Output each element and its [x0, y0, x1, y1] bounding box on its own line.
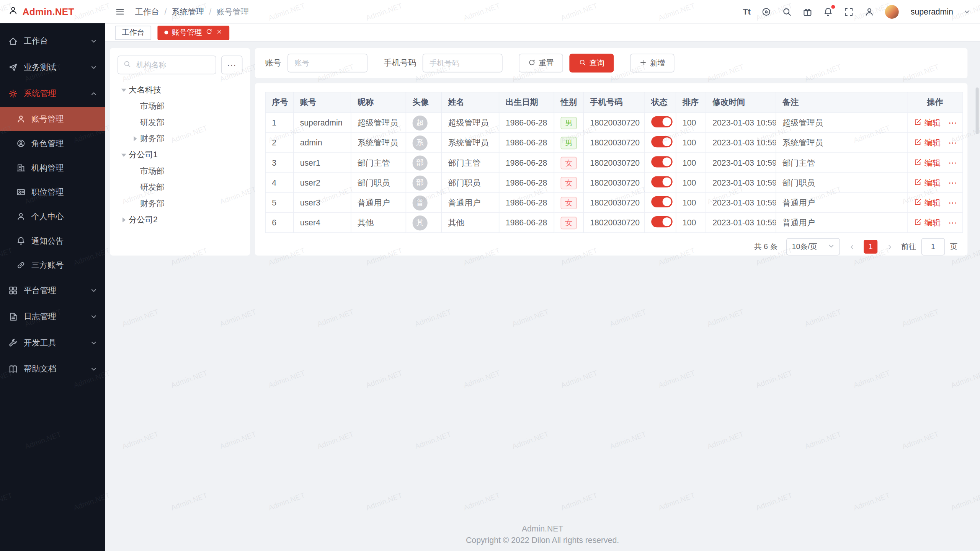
goto-label: 前往: [901, 241, 916, 252]
status-toggle[interactable]: [651, 116, 673, 127]
edit-button[interactable]: 编辑: [914, 177, 941, 188]
edit-button[interactable]: 编辑: [914, 137, 941, 148]
sidebar-item-system-management[interactable]: 系统管理: [0, 81, 105, 107]
sidebar-item-third-party-account[interactable]: 三方账号: [0, 253, 105, 277]
tree-node[interactable]: 分公司2: [118, 212, 243, 228]
sidebar-item-account-management[interactable]: 账号管理: [0, 107, 105, 131]
tree-node[interactable]: 财务部: [118, 196, 243, 212]
more-actions-button[interactable]: [948, 139, 957, 147]
sidebar-item-label: 平台管理: [24, 285, 56, 296]
sidebar-item-platform-management[interactable]: 平台管理: [0, 277, 105, 304]
hamburger-menu-icon[interactable]: [115, 7, 125, 16]
close-icon[interactable]: [216, 28, 222, 37]
edit-button[interactable]: 编辑: [914, 117, 941, 128]
home-icon: [8, 36, 18, 46]
search-icon[interactable]: [782, 7, 792, 16]
sidebar-item-label: 职位管理: [31, 186, 64, 197]
more-actions-button[interactable]: [948, 158, 957, 167]
caret-right-icon[interactable]: [130, 136, 140, 141]
caret-down-icon[interactable]: [119, 88, 129, 91]
tree-node-label: 财务部: [140, 133, 165, 144]
refresh-icon[interactable]: [206, 28, 212, 37]
sidebar-item-workbench[interactable]: 工作台: [0, 28, 105, 54]
chevron-down-icon[interactable]: [964, 6, 970, 17]
tree-node[interactable]: 市场部: [118, 98, 243, 114]
col-header: 修改时间: [706, 92, 776, 113]
tree-more-button[interactable]: ···: [221, 55, 243, 74]
send-icon: [8, 62, 18, 72]
tree-node[interactable]: 大名科技: [118, 82, 243, 98]
next-page-button[interactable]: [882, 240, 896, 254]
col-header: 姓名: [441, 92, 499, 113]
account-input[interactable]: [287, 54, 368, 72]
table-row: 1 superadmin 超级管理员 超 超级管理员 1986-06-28 男 …: [265, 113, 963, 133]
sidebar-item-role-management[interactable]: 角色管理: [0, 131, 105, 156]
caret-right-icon[interactable]: [119, 217, 129, 222]
status-toggle[interactable]: [651, 136, 673, 147]
tree-node[interactable]: 研发部: [118, 179, 243, 196]
system-submenu: 账号管理 角色管理 机构管理 职位管理 个人中心: [0, 107, 105, 277]
sidebar-item-org-management[interactable]: 机构管理: [0, 156, 105, 180]
more-actions-button[interactable]: [948, 198, 957, 207]
table-header-row: 序号 账号 昵称 头像 姓名 出生日期 性别 手机号码 状态 排序 修改时间: [265, 92, 963, 113]
sidebar-item-personal-center[interactable]: 个人中心: [0, 204, 105, 229]
user-icon[interactable]: [864, 7, 874, 16]
tab-workbench[interactable]: 工作台: [115, 25, 151, 40]
sidebar-item-label: 工作台: [24, 36, 48, 47]
sidebar-item-notice[interactable]: 通知公告: [0, 229, 105, 253]
chevron-down-icon: [828, 242, 834, 251]
reset-button[interactable]: 重置: [519, 54, 563, 72]
org-search-input[interactable]: [135, 60, 211, 70]
logo-text: Admin.NET: [23, 6, 74, 17]
phone-input[interactable]: [423, 54, 503, 72]
page-size-select[interactable]: 10条/页: [786, 238, 840, 256]
gift-icon[interactable]: [802, 7, 812, 16]
more-actions-button[interactable]: [948, 178, 957, 187]
scrollbar-thumb[interactable]: [976, 88, 979, 134]
theme-icon[interactable]: [761, 7, 771, 16]
tree-node[interactable]: 研发部: [118, 114, 243, 130]
document-icon: [8, 312, 18, 322]
add-button[interactable]: 新增: [630, 54, 675, 72]
sidebar-item-dev-tools[interactable]: 开发工具: [0, 330, 105, 356]
grid-icon: [8, 285, 18, 295]
search-icon: [123, 59, 131, 70]
prev-page-button[interactable]: [845, 240, 859, 254]
tree-node-label: 市场部: [140, 101, 165, 112]
fullscreen-icon[interactable]: [844, 7, 854, 16]
sidebar-item-business-test[interactable]: 业务测试: [0, 54, 105, 81]
tree-node[interactable]: 市场部: [118, 163, 243, 179]
font-size-icon[interactable]: Tt: [743, 7, 751, 16]
table-row: 3 user1 部门主管 部 部门主管 1986-06-28 女 1802003…: [265, 153, 963, 173]
header-actions: Tt superadmin: [743, 5, 970, 18]
more-actions-button[interactable]: [948, 118, 957, 127]
status-toggle[interactable]: [651, 216, 673, 227]
caret-down-icon[interactable]: [119, 153, 129, 156]
tree-node[interactable]: 分公司1: [118, 147, 243, 163]
breadcrumb-separator: /: [209, 7, 211, 16]
footer-title: Admin.NET: [105, 523, 980, 535]
page-number-active[interactable]: 1: [864, 240, 877, 254]
search-button[interactable]: 查询: [569, 54, 614, 72]
tree-node-label: 财务部: [140, 198, 165, 209]
sidebar-item-help-docs[interactable]: 帮助文档: [0, 356, 105, 383]
breadcrumb-item[interactable]: 工作台: [135, 6, 160, 17]
status-toggle[interactable]: [651, 156, 673, 167]
status-toggle[interactable]: [651, 176, 673, 187]
edit-button[interactable]: 编辑: [914, 197, 941, 208]
tree-node-label: 研发部: [140, 117, 165, 128]
username[interactable]: superadmin: [911, 7, 953, 16]
sidebar-item-position-management[interactable]: 职位管理: [0, 180, 105, 204]
breadcrumb-item[interactable]: 系统管理: [172, 6, 204, 17]
edit-button[interactable]: 编辑: [914, 217, 941, 228]
goto-page-input[interactable]: [921, 238, 945, 256]
status-toggle[interactable]: [651, 196, 673, 207]
tree-node[interactable]: 财务部: [118, 130, 243, 147]
notification-bell-icon[interactable]: [823, 7, 833, 16]
more-actions-button[interactable]: [948, 218, 957, 227]
sidebar-item-log-management[interactable]: 日志管理: [0, 303, 105, 330]
edit-button[interactable]: 编辑: [914, 157, 941, 168]
table-row: 4 user2 部门职员 部 部门职员 1986-06-28 女 1802003…: [265, 173, 963, 192]
tab-account-management[interactable]: 账号管理: [157, 25, 229, 40]
avatar[interactable]: [885, 5, 899, 18]
